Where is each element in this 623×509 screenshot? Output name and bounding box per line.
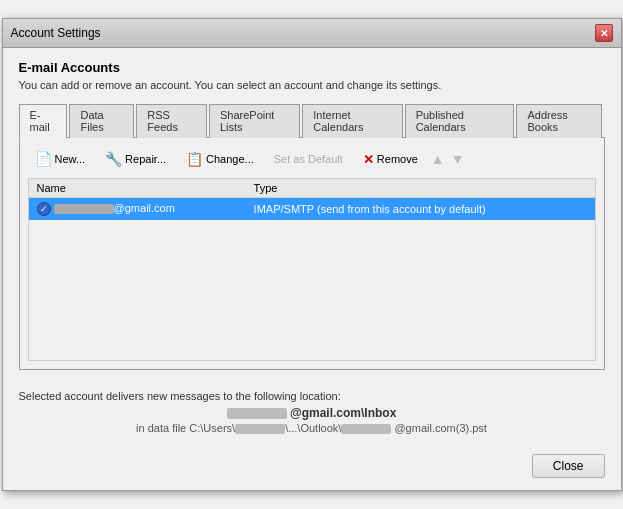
col-type-header: Type <box>246 179 595 198</box>
account-name-cell: ✓ @gmail.com <box>28 198 246 221</box>
move-down-button[interactable]: ▼ <box>451 151 465 167</box>
account-email-suffix: @gmail.com <box>114 202 175 214</box>
account-name-blurred <box>54 204 114 214</box>
change-button[interactable]: 📋 Change... <box>179 148 261 170</box>
accounts-table: Name Type ✓ @gmail.com IMAP/SMTP (send f… <box>28 178 596 361</box>
path-blurred2 <box>341 424 391 434</box>
file-path: in data file C:\Users\\...\Outlook\ @gma… <box>19 422 605 434</box>
email-bold: @gmail.com\Inbox <box>227 406 397 420</box>
window-close-button[interactable]: ✕ <box>595 24 613 42</box>
inbox-location: @gmail.com\Inbox <box>19 406 605 420</box>
close-button[interactable]: Close <box>532 454 605 478</box>
tab-data-files[interactable]: Data Files <box>69 104 134 138</box>
table-row[interactable]: ✓ @gmail.com IMAP/SMTP (send from this a… <box>28 198 595 221</box>
empty-row <box>28 220 595 360</box>
window-title: Account Settings <box>11 26 101 40</box>
remove-button[interactable]: ✕ Remove <box>356 149 425 170</box>
path-blurred1 <box>235 424 285 434</box>
change-label: Change... <box>206 153 254 165</box>
move-up-button[interactable]: ▲ <box>431 151 445 167</box>
email-blurred <box>227 408 287 419</box>
new-label: New... <box>55 153 86 165</box>
default-account-icon: ✓ <box>37 202 51 216</box>
remove-icon: ✕ <box>363 152 374 167</box>
delivery-location: @gmail.com\Inbox in data file C:\Users\\… <box>19 406 605 434</box>
tab-internet-calendars[interactable]: Internet Calendars <box>302 104 402 138</box>
tab-published-calendars[interactable]: Published Calendars <box>405 104 515 138</box>
tab-address-books[interactable]: Address Books <box>516 104 602 138</box>
new-button[interactable]: 📄 New... <box>28 148 93 170</box>
tab-sharepoint-lists[interactable]: SharePoint Lists <box>209 104 300 138</box>
tab-content-email: 📄 New... 🔧 Repair... 📋 Change... Set as … <box>19 138 605 370</box>
delivery-text: Selected account delivers new messages t… <box>19 390 605 402</box>
account-settings-window: Account Settings ✕ E-mail Accounts You c… <box>2 18 622 491</box>
section-description: You can add or remove an account. You ca… <box>19 79 605 91</box>
set-default-label: Set as Default <box>274 153 343 165</box>
repair-icon: 🔧 <box>105 151 122 167</box>
tab-rss-feeds[interactable]: RSS Feeds <box>136 104 207 138</box>
change-icon: 📋 <box>186 151 203 167</box>
repair-button[interactable]: 🔧 Repair... <box>98 148 173 170</box>
set-default-button[interactable]: Set as Default <box>267 150 350 168</box>
remove-label: Remove <box>377 153 418 165</box>
title-bar: Account Settings ✕ <box>3 19 621 48</box>
empty-cell <box>28 220 595 360</box>
bottom-bar: Close <box>3 446 621 490</box>
footer-section: Selected account delivers new messages t… <box>19 382 605 434</box>
main-content: E-mail Accounts You can add or remove an… <box>3 48 621 446</box>
section-title: E-mail Accounts <box>19 60 605 75</box>
repair-label: Repair... <box>125 153 166 165</box>
account-type-cell: IMAP/SMTP (send from this account by def… <box>246 198 595 221</box>
inbox-suffix: @gmail.com\Inbox <box>290 406 396 420</box>
tab-email[interactable]: E-mail <box>19 104 68 138</box>
col-name-header: Name <box>28 179 246 198</box>
tab-bar: E-mail Data Files RSS Feeds SharePoint L… <box>19 103 605 138</box>
new-icon: 📄 <box>35 151 52 167</box>
accounts-toolbar: 📄 New... 🔧 Repair... 📋 Change... Set as … <box>28 146 596 172</box>
